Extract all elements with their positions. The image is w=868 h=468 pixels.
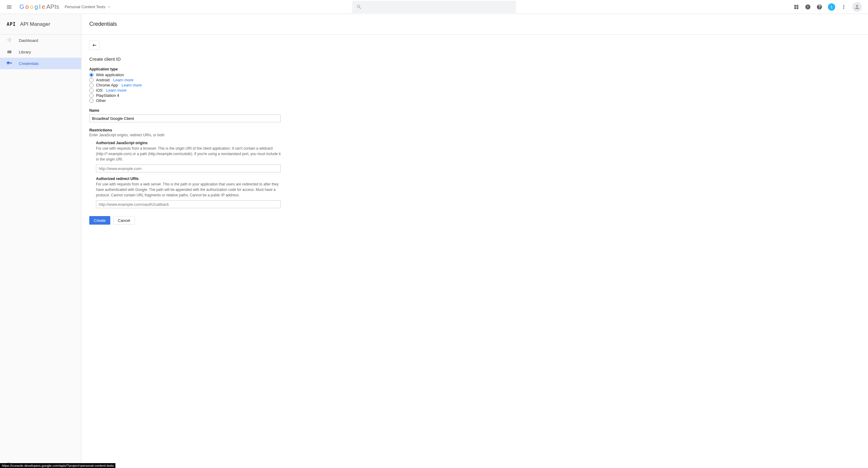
sidebar-item-credentials[interactable]: Credentials [0,58,81,69]
main-content: Credentials Create client ID Application… [82,14,868,468]
app-type-option-label: Chrome App [96,83,118,88]
name-input[interactable] [89,114,281,122]
search-box[interactable] [352,1,516,13]
app-type-option[interactable]: Other [89,98,286,103]
cancel-button[interactable]: Cancel [113,216,134,225]
sidebar: API API Manager Dashboard Library Creden… [0,14,82,468]
dashboard-icon [7,38,12,43]
sidebar-item-label: Credentials [19,61,39,66]
sidebar-title: API Manager [20,21,50,27]
redirect-uris-desc: For use with requests from a web server.… [96,181,281,198]
more-vert-icon[interactable] [841,4,847,10]
back-arrow-icon [92,43,97,48]
sidebar-item-label: Library [19,50,31,54]
top-right-actions: 1 [793,2,865,12]
learn-more-link[interactable]: Learn more [113,78,133,82]
key-icon [7,61,12,66]
app-type-label: Application type [89,67,286,71]
app-type-radio[interactable] [89,99,94,103]
help-icon[interactable] [816,4,823,10]
redirect-uris-input[interactable] [96,200,281,208]
status-bar-url: https://console.developers.google.com/ap… [0,463,116,468]
create-button[interactable]: Create [89,216,110,225]
gift-icon[interactable] [793,4,799,10]
app-type-option[interactable]: iOSLearn more [89,88,286,93]
app-type-option-label: Other [96,98,106,103]
app-type-option-label: Android [96,78,110,82]
project-selector[interactable]: Personal Content Tests [65,5,111,9]
js-origins-input[interactable] [96,165,281,172]
app-type-option[interactable]: PlayStation 4 [89,93,286,98]
api-logo-icon: API [7,22,16,27]
restrictions-heading: Restrictions [89,128,286,132]
app-type-option-label: PlayStation 4 [96,93,119,98]
chevron-down-icon [107,5,111,9]
google-apis-logo[interactable]: Google APIs [20,3,59,10]
avatar[interactable] [852,2,862,12]
alert-icon[interactable] [805,4,811,10]
page-title: Credentials [89,21,117,27]
top-bar: Google APIs Personal Content Tests 1 [0,0,868,14]
app-type-option-label: Web application [96,72,124,77]
menu-icon[interactable] [5,3,13,11]
js-origins-desc: For use with requests from a browser. Th… [96,146,281,162]
learn-more-link[interactable]: Learn more [106,88,126,93]
page-subtitle: Create client ID [89,57,286,62]
app-type-radio[interactable] [89,83,94,88]
app-type-radio[interactable] [89,88,94,93]
sidebar-header: API API Manager [0,14,81,35]
sidebar-item-dashboard[interactable]: Dashboard [0,35,81,46]
library-icon [7,49,12,55]
app-type-radio[interactable] [89,73,94,77]
learn-more-link[interactable]: Learn more [122,83,142,88]
search-input[interactable] [365,5,512,9]
app-type-radio[interactable] [89,94,94,98]
sidebar-item-label: Dashboard [19,38,38,43]
search-icon [356,4,362,10]
project-name: Personal Content Tests [65,5,105,9]
notification-badge[interactable]: 1 [828,3,835,11]
name-label: Name [89,108,286,112]
app-type-option[interactable]: Chrome AppLearn more [89,83,286,88]
js-origins-title: Authorized JavaScript origins [96,141,286,145]
redirect-uris-title: Authorized redirect URIs [96,177,286,181]
main-header: Credentials [82,14,868,35]
restrictions-subheading: Enter JavaScript origins, redirect URIs,… [89,133,286,137]
app-type-radio[interactable] [89,78,94,82]
app-type-option[interactable]: Web application [89,72,286,77]
app-type-option-label: iOS [96,88,103,93]
sidebar-item-library[interactable]: Library [0,46,81,58]
app-type-option[interactable]: AndroidLearn more [89,78,286,82]
back-button[interactable] [89,41,100,50]
